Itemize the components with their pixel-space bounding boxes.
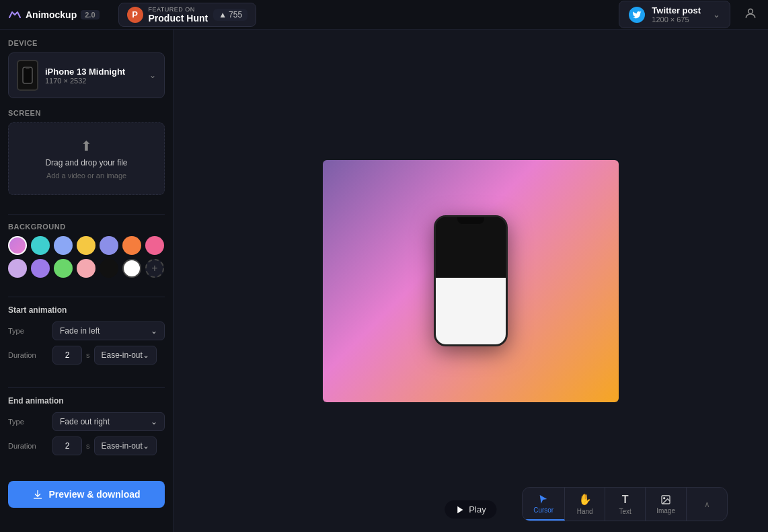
drop-sub-text: Add a video or an image [46, 172, 126, 180]
svg-point-0 [748, 9, 753, 13]
start-type-row: Type Fade in left ⌄ [8, 321, 165, 340]
color-swatch-13[interactable] [122, 259, 141, 278]
start-animation-section: Start animation Type Fade in left ⌄ Dura… [8, 305, 165, 370]
color-swatch-9[interactable] [31, 259, 50, 278]
user-profile-button[interactable] [741, 4, 760, 25]
ph-logo-icon: P [127, 7, 143, 23]
start-duration-input[interactable] [52, 346, 82, 365]
topbar: Animockup 2.0 P FEATURED ON Product Hunt… [0, 0, 768, 30]
svg-rect-1 [23, 67, 32, 83]
end-type-row: Type Fade out right ⌄ [8, 412, 165, 431]
ph-featured-label: FEATURED ON [149, 6, 208, 13]
text-tool-label: Text [619, 508, 631, 515]
hand-icon: ✋ [578, 493, 592, 506]
animockup-logo-icon [8, 8, 22, 22]
color-swatch-1[interactable] [8, 236, 27, 255]
end-type-chevron-icon: ⌄ [151, 417, 157, 426]
tool-image[interactable]: Image [646, 488, 687, 521]
end-ease-select[interactable]: Ease-in-out ⌄ [94, 436, 157, 455]
device-name: iPhone 13 Midnight [45, 67, 143, 77]
start-ease-value: Ease-in-out [102, 350, 143, 360]
start-type-select[interactable]: Fade in left ⌄ [52, 321, 165, 340]
phone-screen-bottom [436, 278, 506, 344]
color-swatch-11[interactable] [77, 259, 95, 278]
tool-cursor[interactable]: Cursor [523, 488, 565, 521]
preview-download-button[interactable]: Preview & download [8, 481, 165, 508]
twitter-post-title: Twitter post [652, 5, 701, 15]
ph-text: FEATURED ON Product Hunt [149, 6, 208, 24]
bg-section-label: Background [8, 223, 165, 231]
tool-text[interactable]: T Text [605, 488, 646, 521]
color-swatch-4[interactable] [77, 236, 95, 255]
twitter-chevron-icon: ⌄ [713, 9, 720, 20]
svg-point-5 [664, 497, 665, 498]
hand-tool-label: Hand [577, 508, 593, 515]
drop-main-text: Drag and drop your file [45, 158, 127, 167]
color-swatch-10[interactable] [54, 259, 73, 278]
color-swatch-7[interactable] [145, 236, 164, 255]
text-icon: T [622, 494, 629, 506]
tool-more[interactable]: ∧ [687, 488, 727, 521]
start-ease-select[interactable]: Ease-in-out ⌄ [94, 346, 157, 365]
sidebar: Device iPhone 13 Midnight 1170 × 2532 ⌄ … [0, 30, 174, 532]
end-type-label: Type [8, 418, 47, 426]
upload-icon: ⬆ [81, 138, 92, 154]
phone-mockup [434, 215, 508, 346]
color-swatch-5[interactable] [100, 236, 118, 255]
play-button[interactable]: Play [455, 504, 486, 515]
play-label: Play [469, 504, 486, 515]
start-type-value: Fade in left [60, 326, 100, 336]
end-type-value: Fade out right [60, 417, 110, 426]
color-swatch-2[interactable] [31, 236, 50, 255]
cursor-tool-label: Cursor [533, 506, 553, 514]
image-tool-label: Image [656, 507, 675, 515]
ph-arrow: ▲ [219, 10, 227, 20]
color-swatch-3[interactable] [54, 236, 73, 255]
end-dur-label: Duration [8, 442, 47, 450]
device-dims: 1170 × 2532 [45, 77, 143, 85]
end-dur-unit: s [86, 442, 90, 450]
device-chevron-icon: ⌄ [149, 71, 156, 80]
color-swatch-6[interactable] [122, 236, 141, 255]
color-swatch-12[interactable] [100, 259, 118, 278]
ph-name-label: Product Hunt [149, 13, 208, 24]
add-color-button[interactable]: + [145, 259, 164, 278]
svg-rect-2 [26, 68, 30, 69]
end-ease-chevron-icon: ⌄ [143, 441, 149, 451]
twitter-icon [629, 7, 645, 23]
device-thumbnail [17, 60, 38, 91]
tool-hand[interactable]: ✋ Hand [565, 488, 605, 521]
device-selector[interactable]: iPhone 13 Midnight 1170 × 2532 ⌄ [8, 52, 165, 98]
version-badge: 2.0 [81, 10, 99, 20]
image-icon [660, 494, 671, 505]
logo: Animockup 2.0 [8, 8, 100, 22]
twitter-format-button[interactable]: Twitter post 1200 × 675 ⌄ [619, 1, 730, 28]
end-type-select[interactable]: Fade out right ⌄ [52, 412, 165, 431]
bottom-toolbar: Cursor ✋ Hand T Text Image ∧ [522, 487, 728, 521]
svg-marker-3 [457, 506, 463, 513]
twitter-info: Twitter post 1200 × 675 [652, 5, 701, 24]
device-section-label: Device [8, 39, 165, 47]
end-anim-title: End animation [8, 396, 165, 406]
end-duration-input[interactable] [52, 436, 82, 455]
screen-section: Screen ⬆ Drag and drop your file Add a v… [8, 109, 165, 195]
screen-section-label: Screen [8, 109, 165, 117]
divider-1 [8, 214, 165, 215]
background-section: Background + [8, 223, 165, 278]
start-dur-unit: s [86, 351, 90, 359]
start-duration-inputs: s Ease-in-out ⌄ [52, 346, 157, 365]
start-type-label: Type [8, 327, 47, 335]
ph-count-number: 755 [229, 10, 242, 20]
color-grid: + [8, 236, 165, 278]
phone-screen-top [436, 217, 506, 278]
file-drop-zone[interactable]: ⬆ Drag and drop your file Add a video or… [8, 122, 165, 195]
start-ease-chevron-icon: ⌄ [143, 350, 149, 360]
canvas-area: Play Cursor ✋ Hand T Text Image ∧ [174, 30, 768, 532]
play-bar: Play [445, 500, 496, 519]
more-icon: ∧ [704, 500, 710, 509]
end-duration-row: Duration s Ease-in-out ⌄ [8, 436, 165, 455]
color-swatch-8[interactable] [8, 259, 27, 278]
start-type-chevron-icon: ⌄ [151, 326, 157, 336]
product-hunt-button[interactable]: P FEATURED ON Product Hunt ▲ 755 [118, 3, 257, 27]
end-ease-value: Ease-in-out [102, 441, 143, 451]
